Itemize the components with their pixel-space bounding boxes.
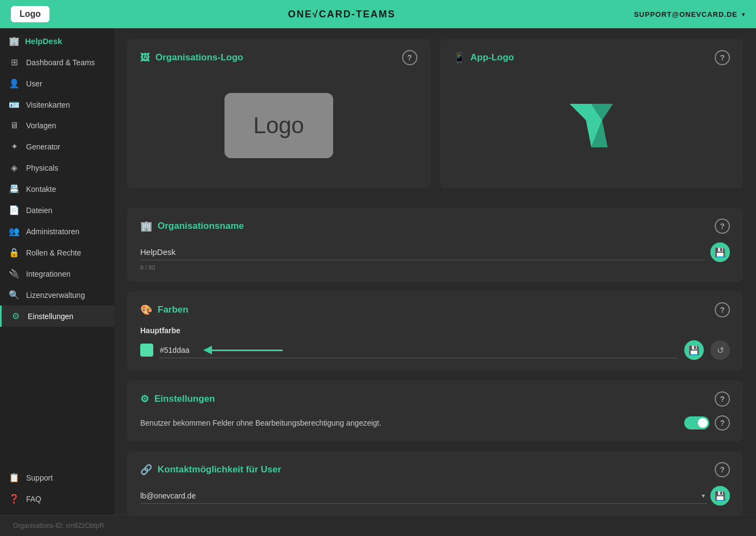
logo-row: 🖼 Organisations-Logo ? Logo 📱 App-Logo	[127, 39, 743, 198]
topbar-user[interactable]: SUPPORT@ONEVCARD.DE ▾	[634, 10, 745, 18]
card-title: 🔗 Kontaktmöglichkeit für User	[140, 464, 282, 476]
admin-icon: 👥	[9, 226, 20, 236]
rollen-icon: 🔒	[9, 247, 20, 258]
footer: Organisations-ID: xm8ZzObtpR	[0, 515, 756, 536]
helpdesk-icon: 🏢	[9, 36, 20, 46]
org-logo-preview: Logo	[140, 74, 417, 177]
topbar-user-email: SUPPORT@ONEVCARD.DE	[634, 10, 738, 18]
org-name-field-row: 💾	[140, 242, 730, 262]
topbar-title: ONE√CARD-TEAMS	[288, 9, 396, 20]
sidebar-item-visitenkarten[interactable]: 🪪 Visitenkarten	[0, 94, 114, 115]
sidebar-item-dashboard-teams[interactable]: ⊞ Dashboard & Teams	[0, 52, 114, 73]
sidebar-item-label: Support	[26, 473, 53, 482]
org-name-input[interactable]	[140, 244, 705, 260]
organisations-logo-card: 🖼 Organisations-Logo ? Logo	[127, 39, 430, 188]
sidebar-item-lizenzverwaltung[interactable]: 🔍 Lizenzverwaltung	[0, 284, 114, 306]
sidebar-item-user[interactable]: 👤 User	[0, 73, 114, 94]
settings-toggle[interactable]	[684, 416, 709, 429]
faq-icon: ❓	[9, 494, 20, 504]
sidebar-item-physicals[interactable]: ◈ Physicals	[0, 157, 114, 178]
farben-help-button[interactable]: ?	[715, 302, 730, 317]
org-id-value: xm8ZzObtpR	[66, 522, 104, 529]
color-reset-button[interactable]: ↺	[710, 340, 730, 360]
org-logo-title: Organisations-Logo	[155, 52, 243, 63]
kontakt-title: Kontaktmöglichkeit für User	[158, 464, 282, 475]
sidebar-item-label: User	[26, 79, 42, 88]
sidebar-item-generator[interactable]: ✦ Generator	[0, 136, 114, 157]
card-header: 🎨 Farben ?	[140, 302, 730, 317]
kontakt-save-button[interactable]: 💾	[710, 486, 730, 506]
chevron-down-icon: ▾	[742, 11, 745, 17]
org-id-label: Organisations-ID:	[13, 522, 64, 529]
org-name-save-button[interactable]: 💾	[710, 242, 730, 262]
sidebar-item-dateien[interactable]: 📄 Dateien	[0, 200, 114, 221]
user-icon: 👤	[9, 78, 20, 89]
toggle-row: Benutzer bekommen Felder ohne Bearbeitun…	[140, 415, 730, 431]
card-title: 🖼 Organisations-Logo	[140, 52, 243, 64]
org-name-icon: 🏢	[140, 220, 152, 232]
sidebar-item-label: Lizenzverwaltung	[26, 291, 85, 300]
color-save-button[interactable]: 💾	[684, 340, 704, 360]
sidebar-item-label: Physicals	[26, 164, 58, 172]
sidebar-section-header: 🏢 HelpDesk	[0, 28, 114, 52]
card-title: 🎨 Farben	[140, 304, 189, 316]
sidebar-item-integrationen[interactable]: 🔌 Integrationen	[0, 263, 114, 284]
org-name-hint: 8 / 80	[140, 264, 730, 271]
sidebar-item-label: Administratoren	[26, 227, 79, 236]
dateien-icon: 📄	[9, 205, 20, 215]
hauptfarbe-label: Hauptfarbe	[140, 326, 730, 335]
sidebar-item-label: Vorlagen	[26, 121, 56, 130]
toggle-help-button[interactable]: ?	[715, 415, 730, 431]
sidebar-item-label: FAQ	[26, 495, 41, 503]
org-logo-placeholder: Logo	[224, 93, 333, 158]
kontakt-help-button[interactable]: ?	[715, 462, 730, 477]
arrow-head-icon	[203, 346, 212, 354]
app-logo-help-button[interactable]: ?	[715, 50, 730, 65]
integrationen-icon: 🔌	[9, 269, 20, 279]
dropdown-row: lb@onevcard.de support@onevcard.de ▾ 💾	[140, 486, 730, 506]
sidebar-item-kontakte[interactable]: 📇 Kontakte	[0, 178, 114, 200]
app-logo-svg	[559, 93, 624, 158]
main-layout: 🏢 HelpDesk ⊞ Dashboard & Teams 👤 User 🪪 …	[0, 28, 756, 515]
sidebar-item-label: Kontakte	[26, 185, 56, 194]
physicals-icon: ◈	[9, 163, 20, 173]
org-name-title: Organisationsname	[158, 221, 244, 232]
sidebar: 🏢 HelpDesk ⊞ Dashboard & Teams 👤 User 🪪 …	[0, 28, 114, 515]
topbar: Logo ONE√CARD-TEAMS SUPPORT@ONEVCARD.DE …	[0, 0, 756, 28]
farben-title: Farben	[158, 304, 189, 315]
dashboard-icon: ⊞	[9, 57, 20, 67]
einstellungen-card: ⚙ Einstellungen ? Benutzer bekommen Feld…	[127, 381, 743, 441]
sidebar-item-faq[interactable]: ❓ FAQ	[0, 488, 114, 509]
lizenz-icon: 🔍	[9, 290, 20, 300]
card-header: 📱 App-Logo ?	[453, 50, 730, 65]
sidebar-item-rollen-rechte[interactable]: 🔒 Rollen & Rechte	[0, 242, 114, 263]
einstellungen-card-icon: ⚙	[140, 393, 149, 405]
org-logo-icon: 🖼	[140, 52, 150, 64]
sidebar-item-label: Einstellungen	[28, 312, 73, 321]
sidebar-item-einstellungen[interactable]: ⚙ Einstellungen	[0, 306, 114, 327]
color-input-wrapper	[160, 342, 678, 358]
color-arrow	[203, 346, 283, 354]
app-logo-title: App-Logo	[471, 52, 514, 63]
farben-icon: 🎨	[140, 304, 152, 316]
einstellungen-help-button[interactable]: ?	[715, 391, 730, 407]
sidebar-item-label: Visitenkarten	[26, 101, 70, 109]
visitenkarten-icon: 🪪	[9, 99, 20, 110]
sidebar-item-support[interactable]: 📋 Support	[0, 467, 114, 488]
toggle-controls: ?	[684, 415, 730, 431]
org-name-help-button[interactable]: ?	[715, 219, 730, 234]
org-logo-help-button[interactable]: ?	[402, 50, 417, 65]
kontakt-dropdown[interactable]: lb@onevcard.de support@onevcard.de	[140, 488, 707, 504]
sidebar-item-vorlagen[interactable]: 🖥 Vorlagen	[0, 115, 114, 136]
arrow-line	[212, 350, 283, 351]
kontakt-icon: 🔗	[140, 464, 152, 476]
card-header: 🔗 Kontaktmöglichkeit für User ?	[140, 462, 730, 477]
card-title: 📱 App-Logo	[453, 52, 514, 64]
topbar-logo: Logo	[11, 6, 49, 22]
card-header: ⚙ Einstellungen ?	[140, 391, 730, 407]
card-title: ⚙ Einstellungen	[140, 393, 215, 405]
kontakt-card: 🔗 Kontaktmöglichkeit für User ? lb@onevc…	[127, 451, 743, 515]
sidebar-item-label: Dashboard & Teams	[26, 58, 95, 67]
color-swatch[interactable]	[140, 344, 153, 357]
sidebar-item-administratoren[interactable]: 👥 Administratoren	[0, 221, 114, 242]
